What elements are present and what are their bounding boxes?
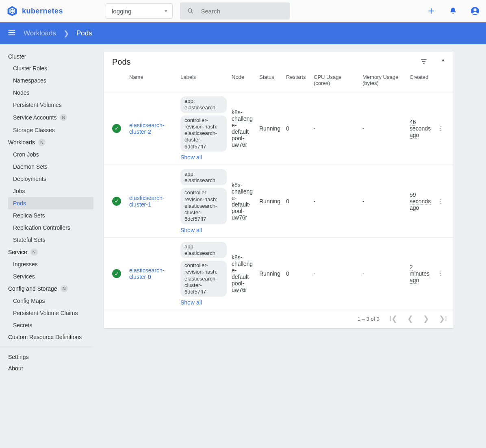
page-last-button[interactable]: ❯I [439,314,447,323]
sidebar-item-settings[interactable]: Settings [0,351,97,363]
card-title: Pods [112,57,131,67]
show-all-labels[interactable]: Show all [180,154,202,161]
pod-name-link[interactable]: elasticsearch-cluster-0 [129,267,164,280]
app-name: kubernetes [22,7,63,15]
sidebar-item-cron-jobs[interactable]: Cron Jobs [0,148,97,161]
cell-node: k8s-challenge-default-pool-uw76r [229,237,257,310]
sidebar-item-storage-classes[interactable]: Storage Classes [0,124,97,136]
sidebar-item-namespaces[interactable]: Namespaces [0,74,97,87]
page-prev-button[interactable]: ❮ [407,314,413,323]
label-chip: controller-revision-hash: elasticsearch-… [180,261,227,297]
filter-button[interactable] [420,57,428,67]
page-first-button[interactable]: I❮ [389,314,397,323]
cell-created: 2 minutes ago [410,264,430,284]
cell-status: Running [257,92,284,165]
sidebar-item-ingresses[interactable]: Ingresses [0,258,97,270]
row-actions-button[interactable]: ⋮ [438,270,444,277]
badge-n: N [60,114,67,121]
sidebar-section-cluster[interactable]: Cluster [0,51,97,62]
breadcrumb-parent[interactable]: Workloads [24,29,56,37]
svg-line-9 [191,12,193,13]
cell-cpu: - [311,237,360,310]
logo[interactable]: kubernetes [7,5,106,17]
cell-mem: - [360,165,407,237]
cell-node: k8s-challenge-default-pool-uw76r [229,92,257,165]
badge-n: N [61,285,68,292]
searchbar[interactable] [180,2,290,20]
sidebar-item-pods[interactable]: Pods [8,197,93,209]
status-ok-icon: ✓ [112,197,121,206]
namespace-select-value: logging [112,8,131,15]
show-all-labels[interactable]: Show all [180,299,202,306]
sidebar-item-secrets[interactable]: Secrets [0,319,97,331]
sidebar-item-services[interactable]: Services [0,270,97,283]
sidebar-item-deployments[interactable]: Deployments [0,173,97,185]
col-restarts[interactable]: Restarts [284,71,311,92]
bell-icon [449,7,457,15]
top-icons [427,7,479,15]
pods-card: Pods ▲ Name La [104,52,453,328]
sidebar-item-service-accounts[interactable]: Service Accounts N [0,111,97,124]
svg-point-8 [188,9,192,12]
sidebar-item-about[interactable]: About [0,363,97,374]
cell-cpu: - [311,165,360,237]
sidebar-item-jobs[interactable]: Jobs [0,185,97,197]
create-button[interactable] [427,7,436,15]
chevron-right-icon: ❯ [63,29,69,38]
hamburger-icon [7,28,16,37]
notifications-button[interactable] [449,7,458,15]
cell-node: k8s-challenge-default-pool-uw76r [229,165,257,237]
sidebar-section-service[interactable]: Service N [0,246,97,258]
sidebar-item-config-maps[interactable]: Config Maps [0,295,97,307]
label-chip: controller-revision-hash: elasticsearch-… [180,115,227,152]
card-header: Pods ▲ [104,52,453,71]
cell-mem: - [360,92,407,165]
main: Pods ▲ Name La [97,44,486,374]
show-all-labels[interactable]: Show all [180,227,202,233]
badge-n: N [38,139,46,146]
badge-n: N [30,248,38,256]
sidebar-item-replica-sets[interactable]: Replica Sets [0,209,97,222]
col-mem[interactable]: Memory Usage (bytes) [360,71,407,92]
menu-button[interactable] [7,28,16,39]
col-node[interactable]: Node [229,71,257,92]
sidebar-section-config[interactable]: Config and Storage N [0,283,97,295]
sidebar-item-persistent-volumes[interactable]: Persistent Volumes [0,99,97,111]
label-chip: controller-revision-hash: elasticsearch-… [180,188,227,224]
plus-icon [427,7,435,15]
sidebar-item-replication-controllers[interactable]: Replication Controllers [0,222,97,234]
cell-cpu: - [311,92,360,165]
svg-point-13 [473,9,476,11]
sidebar-item-daemon-sets[interactable]: Daemon Sets [0,161,97,173]
pods-table: Name Labels Node Status Restarts CPU Usa… [104,71,453,310]
sidebar-section-workloads[interactable]: Workloads N [0,136,97,148]
col-status[interactable]: Status [257,71,284,92]
col-name[interactable]: Name [127,71,178,92]
row-actions-button[interactable]: ⋮ [438,198,444,204]
col-labels[interactable]: Labels [178,71,229,92]
sidebar-item-crd[interactable]: Custom Resource Definitions [0,331,97,343]
search-input[interactable] [201,8,282,15]
pagination-range: 1 – 3 of 3 [358,316,380,322]
cell-created: 46 seconds ago [410,119,431,139]
breadcrumb-current: Pods [76,29,92,37]
sidebar-item-cluster-roles[interactable]: Cluster Roles [0,62,97,74]
label-chip: app: elasticsearch [180,96,227,113]
namespace-select[interactable]: logging ▼ [106,3,173,19]
row-actions-button[interactable]: ⋮ [438,125,444,132]
cell-restarts: 0 [284,92,311,165]
pod-name-link[interactable]: elasticsearch-cluster-2 [129,122,164,135]
sort-toggle[interactable]: ▲ [441,57,445,67]
status-ok-icon: ✓ [112,124,121,133]
col-created[interactable]: Created [407,71,436,92]
sidebar-item-stateful-sets[interactable]: Stateful Sets [0,234,97,246]
chevron-down-icon: ▼ [164,9,168,13]
account-button[interactable] [471,7,479,15]
pod-name-link[interactable]: elasticsearch-cluster-1 [129,195,164,208]
sidebar-item-nodes[interactable]: Nodes [0,87,97,99]
page-next-button[interactable]: ❯ [423,314,429,323]
cell-status: Running [257,165,284,237]
sidebar-item-pvc[interactable]: Persistent Volume Claims [0,307,97,319]
col-cpu[interactable]: CPU Usage (cores) [311,71,360,92]
pagination: 1 – 3 of 3 I❮ ❮ ❯ ❯I [104,310,453,328]
